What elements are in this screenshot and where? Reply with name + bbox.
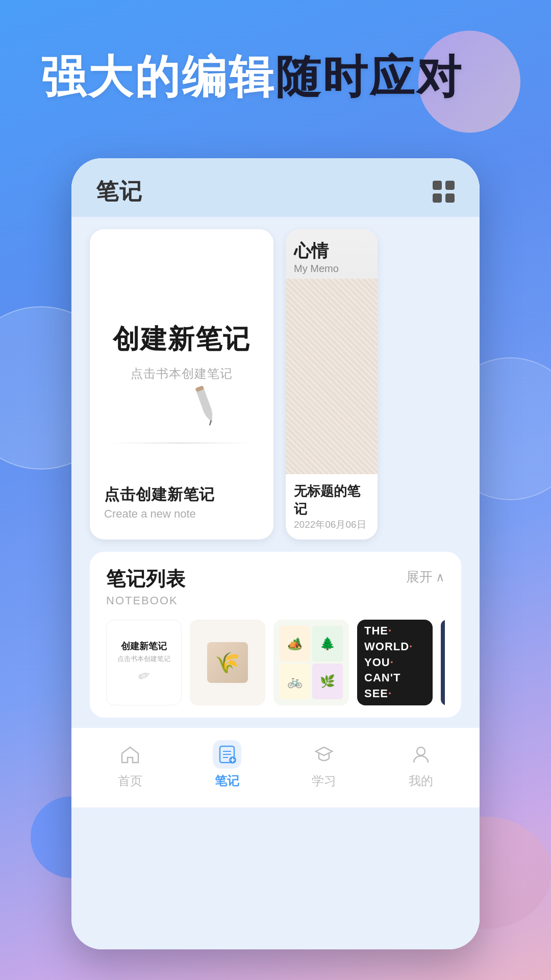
mood-title-cn: 心情 — [294, 239, 369, 263]
section-header: 笔记列表 NOTEBOOK 展开 ∧ — [106, 566, 445, 607]
phone-mockup: 笔记 创建新笔记 点击书本创建笔记 — [71, 158, 480, 949]
expand-arrow-icon: ∧ — [436, 570, 445, 584]
phone-content: 笔记 创建新笔记 点击书本创建笔记 — [71, 158, 480, 949]
mini-notebook-daily[interactable]: 🌾 — [190, 620, 265, 705]
mini-notebook-new[interactable]: 创建新笔记 点击书本创建笔记 ✏ — [106, 620, 182, 705]
new-note-cover: 创建新笔记 点击书本创建笔记 — [90, 229, 273, 474]
top-bar: 笔记 — [71, 158, 480, 217]
mood-note-cover: 心情 My Memo — [286, 229, 378, 474]
new-note-info: 点击创建新笔记 Create a new note — [90, 474, 273, 531]
mood-note-date: 2022年06月06日 — [294, 518, 369, 531]
knitting-texture — [286, 279, 378, 474]
expand-button[interactable]: 展开 ∧ — [406, 568, 445, 586]
mini-new-sub: 点击书本创建笔记 — [117, 654, 170, 664]
grid-dot-1 — [433, 181, 442, 190]
mini-new-title: 创建新笔记 — [121, 641, 167, 652]
travel-item-1: 🏕️ — [280, 626, 310, 662]
mini-notebook-world[interactable]: THE· WORLD· YOU· CAN'T SEE· — [357, 620, 433, 705]
mood-note-header: 心情 My Memo — [286, 229, 378, 279]
nav-item-study[interactable]: 学习 — [310, 740, 338, 789]
mood-title-en: My Memo — [294, 263, 369, 275]
mood-note-card[interactable]: 心情 My Memo 无标题的笔记 2022年06月06日 — [286, 229, 378, 540]
new-note-title: 创建新笔记 — [113, 322, 251, 357]
pencil-line — [110, 443, 253, 444]
notebook-scroll: 创建新笔记 点击书本创建笔记 点击创建新笔记 Create a n — [71, 217, 480, 552]
hero-title-part1: 强大的编辑 — [41, 52, 276, 102]
mini-notebook-dark[interactable] — [441, 620, 445, 705]
nav-home-label: 首页 — [118, 773, 142, 789]
expand-label: 展开 — [406, 568, 433, 586]
new-note-label-cn: 点击创建新笔记 — [104, 484, 259, 505]
bottom-nav: 首页 笔记 — [71, 728, 480, 807]
section-title-block: 笔记列表 NOTEBOOK — [106, 566, 186, 607]
spacer — [71, 718, 480, 728]
mini-notebook-travel[interactable]: 🏕️ 🌲 🚲 🌿 — [273, 620, 349, 705]
pencil-icon — [185, 382, 230, 437]
mood-note-image — [286, 279, 378, 474]
hero-title-part2: 随时应对 — [276, 52, 463, 102]
travel-item-3: 🚲 — [280, 664, 310, 699]
nav-item-home[interactable]: 首页 — [116, 740, 144, 789]
hero-title: 强大的编辑随时应对 — [41, 51, 510, 103]
grid-dot-2 — [445, 181, 455, 190]
mini-travel-grid: 🏕️ 🌲 🚲 🌿 — [273, 620, 349, 705]
home-icon — [116, 740, 144, 769]
new-note-card[interactable]: 创建新笔记 点击书本创建笔记 点击创建新笔记 Create a n — [90, 229, 273, 540]
grid-dot-4 — [445, 193, 455, 203]
mood-note-info: 无标题的笔记 2022年06月06日 — [286, 474, 378, 540]
nav-notes-label: 笔记 — [215, 773, 239, 789]
study-icon — [310, 740, 338, 769]
mood-note-label: 无标题的笔记 — [294, 482, 369, 518]
page-title: 笔记 — [96, 177, 143, 207]
new-note-subtitle: 点击书本创建笔记 — [131, 365, 233, 382]
notes-icon — [213, 740, 241, 769]
svg-point-11 — [417, 747, 425, 755]
grid-icon[interactable] — [433, 181, 455, 203]
world-text: THE· WORLD· YOU· CAN'T SEE· — [364, 623, 413, 702]
grid-dot-3 — [433, 193, 442, 203]
section-title-cn: 笔记列表 — [106, 566, 186, 592]
nav-item-notes[interactable]: 笔记 — [213, 740, 241, 789]
nav-study-label: 学习 — [312, 773, 336, 789]
profile-icon — [407, 740, 435, 769]
notebook-list-section: 笔记列表 NOTEBOOK 展开 ∧ 创建新笔记 点击书本创建笔记 ✏ — [90, 552, 461, 718]
hand-icon: 🌾 — [215, 651, 240, 675]
new-note-label-en: Create a new note — [104, 507, 259, 521]
mini-daily-image: 🌾 — [207, 642, 248, 683]
travel-item-2: 🌲 — [312, 626, 343, 662]
nav-profile-label: 我的 — [409, 773, 433, 789]
mini-pencil-icon: ✏ — [136, 666, 153, 686]
mini-notebook-list: 创建新笔记 点击书本创建笔记 ✏ 🌾 🏕️ 🌲 🚲 � — [106, 620, 445, 705]
nav-item-profile[interactable]: 我的 — [407, 740, 435, 789]
travel-item-4: 🌿 — [312, 664, 343, 699]
section-title-en: NOTEBOOK — [106, 594, 186, 607]
